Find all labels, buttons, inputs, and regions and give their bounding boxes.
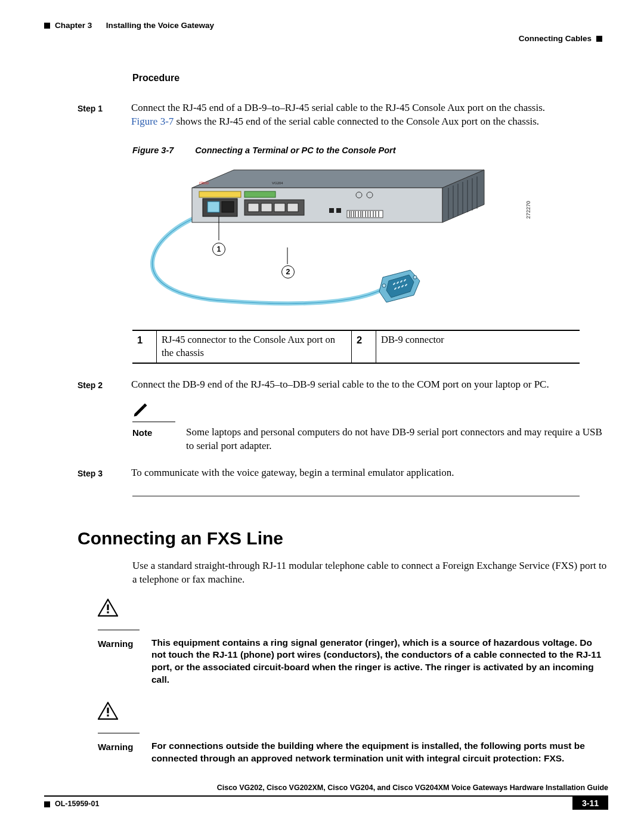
warning-triangle-icon: [98, 599, 118, 617]
chapter-label: Chapter 3: [55, 20, 92, 31]
page-header: Chapter 3 Installing the Voice Gateway C…: [44, 20, 602, 31]
warning-label-2: Warning: [98, 740, 141, 765]
step-2-label: Step 2: [78, 378, 120, 392]
warning-2: Warning For connections outside the buil…: [78, 702, 608, 765]
warning-text-2: For connections outside the building whe…: [151, 740, 608, 765]
step-2: Step 2 Connect the DB-9 end of the RJ-45…: [78, 378, 608, 392]
svg-rect-28: [274, 203, 285, 212]
figure-label: Figure 3-7: [132, 145, 174, 157]
svg-line-5: [404, 280, 405, 281]
svg-text:cisco: cisco: [199, 181, 209, 185]
section-heading: Connecting an FXS Line: [78, 527, 608, 551]
note-label: Note: [132, 426, 175, 453]
step-3-label: Step 3: [78, 466, 120, 480]
callout-desc-1: RJ-45 connector to the Console Aux port …: [157, 330, 352, 363]
footer-bullet-icon: [44, 801, 50, 807]
pencil-icon: [132, 401, 149, 418]
section-right: Connecting Cables: [519, 33, 592, 44]
svg-marker-53: [134, 405, 145, 416]
step-1: Step 1 Connect the RJ-45 end of a DB-9–t…: [78, 101, 608, 129]
svg-rect-23: [199, 191, 241, 197]
figure-3-7: cisco VG204: [132, 164, 514, 319]
footer-doc-title: Cisco VG202, Cisco VG202XM, Cisco VG204,…: [44, 783, 608, 793]
note-block: Note Some laptops and personal computers…: [132, 401, 608, 454]
callout-num-2: 2: [352, 330, 376, 363]
device-illustration: cisco VG204: [132, 164, 514, 319]
figure-ref-link[interactable]: Figure 3-7: [131, 116, 174, 127]
footer-page-number: 3-11: [572, 797, 608, 810]
figure-caption: Figure 3-7 Connecting a Terminal or PC t…: [132, 145, 608, 157]
svg-rect-26: [248, 203, 259, 212]
warning-label-1: Warning: [98, 637, 141, 687]
callout-num-1: 1: [132, 330, 157, 363]
svg-point-11: [413, 275, 417, 279]
section-intro: Use a standard straight-through RJ-11 mo…: [132, 559, 608, 587]
svg-rect-24: [244, 191, 275, 197]
callout-table: 1 RJ-45 connector to the Console Aux por…: [132, 330, 580, 364]
svg-rect-44: [329, 208, 334, 213]
svg-rect-49: [208, 202, 219, 212]
figure-title: Connecting a Terminal or PC to the Conso…: [195, 145, 395, 157]
step-1-text-a: Connect the RJ-45 end of a DB-9–to–RJ-45…: [131, 102, 545, 113]
page-body: Procedure Step 1 Connect the RJ-45 end o…: [78, 72, 608, 765]
step-3-body: To communicate with the voice gateway, b…: [131, 466, 608, 480]
figure-id-label: 272270: [525, 201, 532, 219]
warning-triangle-icon: [98, 702, 118, 720]
step-1-label: Step 1: [78, 101, 120, 129]
warning-text-1: This equipment contains a ring signal ge…: [151, 637, 608, 687]
table-row: 1 RJ-45 connector to the Console Aux por…: [132, 330, 580, 363]
footer-doc-num: OL-15959-01: [55, 799, 99, 809]
svg-rect-57: [107, 611, 109, 613]
svg-line-3: [397, 282, 398, 283]
chapter-title: Installing the Voice Gateway: [106, 20, 214, 31]
svg-line-7: [398, 287, 400, 288]
svg-rect-29: [287, 203, 298, 212]
svg-line-9: [405, 284, 407, 286]
svg-rect-45: [336, 208, 341, 213]
warning-1: Warning This equipment contains a ring s…: [78, 599, 608, 687]
page-footer: Cisco VG202, Cisco VG202XM, Cisco VG204,…: [44, 783, 608, 809]
step-1-body: Connect the RJ-45 end of a DB-9–to–RJ-45…: [131, 101, 608, 129]
step-1-text-b: shows the RJ-45 end of the serial cable …: [174, 116, 539, 127]
svg-rect-27: [261, 203, 272, 212]
callout-1: 1: [212, 243, 225, 256]
note-text: Some laptops and personal computers do n…: [186, 426, 608, 453]
header-bullet-icon: [44, 23, 50, 29]
svg-line-6: [395, 288, 396, 289]
callout-2: 2: [281, 265, 295, 278]
svg-point-10: [382, 284, 386, 287]
svg-rect-30: [347, 210, 383, 218]
callout-desc-2: DB-9 connector: [376, 330, 580, 363]
svg-line-4: [401, 281, 402, 282]
svg-line-2: [394, 283, 395, 284]
procedure-heading: Procedure: [132, 72, 608, 85]
svg-rect-56: [107, 604, 109, 610]
section-divider: [132, 496, 580, 497]
device-model-label: VG204: [272, 181, 283, 185]
svg-rect-60: [107, 715, 109, 717]
step-3: Step 3 To communicate with the voice gat…: [78, 466, 608, 480]
svg-line-8: [402, 286, 403, 287]
step-2-body: Connect the DB-9 end of the RJ-45–to–DB-…: [131, 378, 608, 392]
svg-marker-12: [192, 170, 484, 188]
svg-rect-59: [107, 708, 109, 714]
header-bullet-right-icon: [596, 36, 602, 42]
svg-rect-50: [222, 202, 234, 212]
